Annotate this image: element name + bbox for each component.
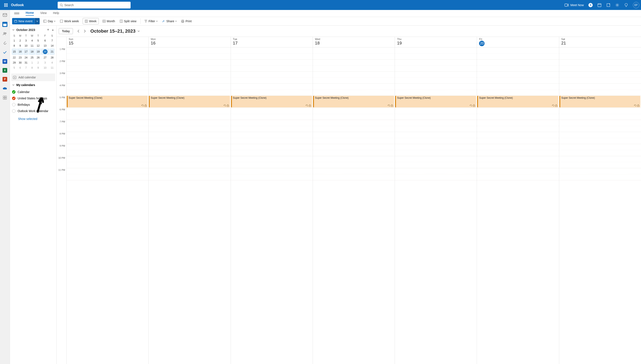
settings-icon[interactable] bbox=[615, 3, 619, 7]
my-day-icon[interactable] bbox=[597, 3, 601, 7]
app-title: Outlook bbox=[11, 3, 24, 7]
svg-rect-3 bbox=[598, 4, 601, 7]
search-input[interactable] bbox=[64, 4, 129, 7]
svg-point-6 bbox=[617, 4, 618, 6]
svg-point-0 bbox=[60, 4, 62, 6]
svg-rect-2 bbox=[565, 4, 567, 6]
svg-line-1 bbox=[62, 6, 63, 6]
app-header: Outlook Meet Now S EF bbox=[0, 0, 641, 10]
app-launcher[interactable] bbox=[2, 1, 10, 9]
search-icon bbox=[60, 4, 63, 7]
camera-icon bbox=[564, 4, 569, 6]
skype-icon[interactable]: S bbox=[588, 3, 593, 7]
search-box[interactable] bbox=[58, 2, 131, 8]
account-avatar[interactable]: EF bbox=[633, 2, 639, 8]
meet-now-button[interactable]: Meet Now bbox=[564, 4, 584, 7]
header-actions: Meet Now S EF bbox=[564, 2, 639, 8]
waffle-icon bbox=[4, 4, 8, 7]
meet-now-label: Meet Now bbox=[570, 4, 584, 7]
notes-icon[interactable] bbox=[606, 3, 610, 7]
tips-icon[interactable] bbox=[624, 3, 628, 7]
